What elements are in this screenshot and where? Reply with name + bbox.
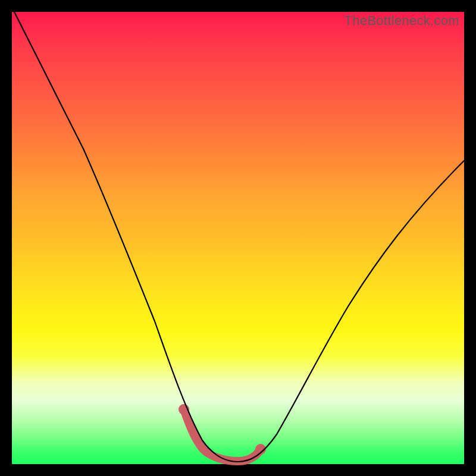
bottleneck-curve — [12, 7, 464, 462]
optimal-range-highlight — [184, 409, 261, 461]
plot-area: TheBottleneck.com — [12, 12, 464, 464]
curve-layer — [12, 12, 464, 464]
chart-frame: TheBottleneck.com — [0, 0, 476, 476]
